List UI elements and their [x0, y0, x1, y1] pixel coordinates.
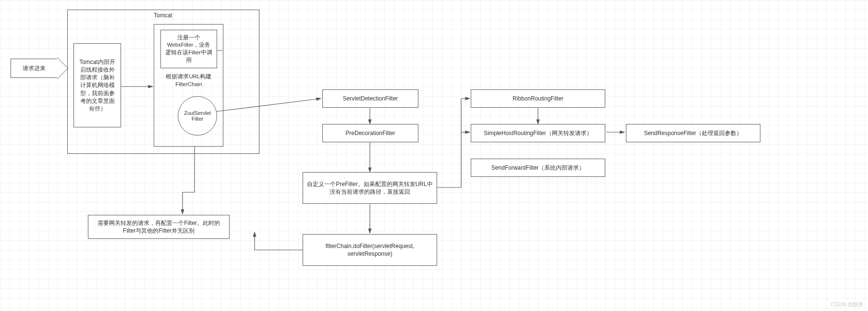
ribbon-routing-text: RibbonRoutingFilter	[513, 95, 563, 102]
send-response-text: SendResponseFilter（处理返回参数）	[644, 129, 743, 137]
send-response-box: SendResponseFilter（处理返回参数）	[626, 124, 760, 142]
do-filter-text: filterChain.doFilter(servletRequest, ser…	[307, 242, 433, 258]
ribbon-routing-box: RibbonRoutingFilter	[471, 89, 605, 108]
pre-decoration-text: PreDecorationFilter	[345, 129, 395, 137]
webx-filter-text: 注册一个WebxFilter，业务逻辑在该Filter中调用	[165, 34, 213, 64]
simple-host-text: SimpleHostRoutingFilter（网关转发请求）	[484, 129, 592, 137]
send-forward-text: SendForwardFilter（系统内部请求）	[491, 164, 585, 172]
zuul-servlet-filter-circle: ZuulServlet Filter	[178, 96, 217, 136]
pre-decoration-box: PreDecorationFilter	[322, 124, 418, 142]
send-forward-box: SendForwardFilter（系统内部请求）	[471, 159, 605, 177]
filterchain-label: 根据请求URL构建FilterChain	[159, 71, 219, 90]
tomcat-description: Tomcat内部开启线程接收外部请求（脑补计算机网络模型，我前面参考的文章里面有…	[73, 43, 121, 127]
custom-prefilter-text: 自定义一个PreFilter。如果配置的网关转发URL中没有当前请求的路径，直接…	[307, 180, 433, 196]
webx-filter-box: 注册一个WebxFilter，业务逻辑在该Filter中调用	[160, 30, 217, 68]
simple-host-box: SimpleHostRoutingFilter（网关转发请求）	[471, 124, 605, 142]
filterchain-text: 根据请求URL构建FilterChain	[162, 73, 215, 88]
request-incoming-arrow: 请求进来	[11, 59, 58, 78]
tomcat-title: Tomcat	[154, 12, 172, 19]
tomcat-description-text: Tomcat内部开启线程接收外部请求（脑补计算机网络模型，我前面参考的文章里面有…	[78, 58, 117, 112]
servlet-detection-text: ServletDetectionFilter	[343, 95, 398, 102]
gateway-note-box: 需要网关转发的请求，再配置一个Filter。此时的Filter与其他的Filte…	[88, 215, 230, 239]
request-incoming-label: 请求进来	[23, 64, 46, 73]
watermark: CSDN @默辨	[831, 301, 863, 308]
custom-prefilter-box: 自定义一个PreFilter。如果配置的网关转发URL中没有当前请求的路径，直接…	[303, 172, 437, 204]
zuul-servlet-filter-text: ZuulServlet Filter	[180, 110, 215, 122]
servlet-detection-box: ServletDetectionFilter	[322, 89, 418, 108]
gateway-note-text: 需要网关转发的请求，再配置一个Filter。此时的Filter与其他的Filte…	[92, 219, 225, 235]
do-filter-box: filterChain.doFilter(servletRequest, ser…	[303, 234, 437, 266]
